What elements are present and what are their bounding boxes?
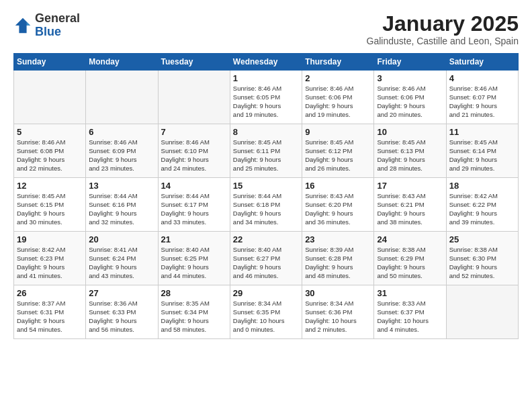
day-info: Sunrise: 8:45 AM Sunset: 6:15 PM Dayligh… — [17, 192, 83, 226]
day-info: Sunrise: 8:41 AM Sunset: 6:24 PM Dayligh… — [89, 246, 154, 280]
th-wednesday: Wednesday — [230, 54, 302, 71]
day-info: Sunrise: 8:40 AM Sunset: 6:27 PM Dayligh… — [233, 246, 299, 280]
day-number: 24 — [377, 234, 443, 244]
day-number: 14 — [161, 181, 227, 191]
day-info: Sunrise: 8:45 AM Sunset: 6:11 PM Dayligh… — [233, 138, 299, 173]
cell-w2-d1: 6Sunrise: 8:46 AM Sunset: 6:09 PM Daylig… — [86, 124, 158, 178]
day-number: 28 — [161, 288, 227, 298]
day-info: Sunrise: 8:46 AM Sunset: 6:06 PM Dayligh… — [377, 85, 443, 119]
th-tuesday: Tuesday — [158, 54, 230, 71]
day-number: 5 — [17, 127, 83, 137]
logo-icon — [13, 16, 32, 35]
subtitle: Galinduste, Castille and Leon, Spain — [367, 36, 519, 46]
cell-w3-d5: 17Sunrise: 8:43 AM Sunset: 6:21 PM Dayli… — [374, 178, 446, 232]
cell-w5-d5: 31Sunrise: 8:33 AM Sunset: 6:37 PM Dayli… — [374, 285, 446, 339]
cell-w4-d0: 19Sunrise: 8:42 AM Sunset: 6:23 PM Dayli… — [14, 232, 86, 285]
cell-w1-d4: 2Sunrise: 8:46 AM Sunset: 6:06 PM Daylig… — [302, 71, 374, 124]
day-info: Sunrise: 8:43 AM Sunset: 6:20 PM Dayligh… — [305, 192, 371, 226]
day-number: 9 — [305, 127, 371, 137]
day-info: Sunrise: 8:46 AM Sunset: 6:07 PM Dayligh… — [449, 85, 515, 119]
cell-w1-d6: 4Sunrise: 8:46 AM Sunset: 6:07 PM Daylig… — [446, 71, 518, 124]
day-number: 20 — [89, 234, 154, 244]
week-row-2: 5Sunrise: 8:46 AM Sunset: 6:08 PM Daylig… — [14, 124, 519, 178]
day-number: 17 — [377, 181, 443, 191]
day-info: Sunrise: 8:44 AM Sunset: 6:16 PM Dayligh… — [89, 192, 154, 226]
day-number: 22 — [233, 234, 299, 244]
cell-w4-d1: 20Sunrise: 8:41 AM Sunset: 6:24 PM Dayli… — [86, 232, 158, 285]
cell-w2-d4: 9Sunrise: 8:45 AM Sunset: 6:12 PM Daylig… — [302, 124, 374, 178]
cell-w1-d5: 3Sunrise: 8:46 AM Sunset: 6:06 PM Daylig… — [374, 71, 446, 124]
header-row: Sunday Monday Tuesday Wednesday Thursday… — [14, 54, 519, 71]
cell-w5-d0: 26Sunrise: 8:37 AM Sunset: 6:31 PM Dayli… — [14, 285, 86, 339]
cell-w2-d2: 7Sunrise: 8:46 AM Sunset: 6:10 PM Daylig… — [158, 124, 230, 178]
day-number: 21 — [161, 234, 227, 244]
cell-w2-d3: 8Sunrise: 8:45 AM Sunset: 6:11 PM Daylig… — [230, 124, 302, 178]
day-info: Sunrise: 8:34 AM Sunset: 6:35 PM Dayligh… — [233, 300, 299, 334]
th-thursday: Thursday — [302, 54, 374, 71]
day-number: 25 — [449, 234, 515, 244]
day-number: 31 — [377, 288, 443, 298]
title-block: January 2025 Galinduste, Castille and Le… — [367, 12, 519, 46]
cell-w2-d0: 5Sunrise: 8:46 AM Sunset: 6:08 PM Daylig… — [14, 124, 86, 178]
month-title: January 2025 — [367, 12, 519, 36]
day-number: 8 — [233, 127, 299, 137]
day-number: 30 — [305, 288, 371, 298]
cell-w4-d5: 24Sunrise: 8:38 AM Sunset: 6:29 PM Dayli… — [374, 232, 446, 285]
day-info: Sunrise: 8:46 AM Sunset: 6:06 PM Dayligh… — [305, 85, 371, 119]
day-number: 15 — [233, 181, 299, 191]
day-info: Sunrise: 8:46 AM Sunset: 6:08 PM Dayligh… — [17, 138, 83, 173]
day-number: 27 — [89, 288, 154, 298]
logo-text: General Blue — [35, 12, 80, 39]
th-monday: Monday — [86, 54, 158, 71]
day-info: Sunrise: 8:33 AM Sunset: 6:37 PM Dayligh… — [377, 300, 443, 334]
cell-w5-d6 — [446, 285, 518, 339]
cell-w1-d3: 1Sunrise: 8:46 AM Sunset: 6:05 PM Daylig… — [230, 71, 302, 124]
header: General Blue January 2025 Galinduste, Ca… — [13, 12, 519, 46]
logo-blue: Blue — [35, 25, 61, 38]
page: General Blue January 2025 Galinduste, Ca… — [0, 0, 532, 346]
th-saturday: Saturday — [446, 54, 518, 71]
day-number: 29 — [233, 288, 299, 298]
day-info: Sunrise: 8:45 AM Sunset: 6:13 PM Dayligh… — [377, 138, 443, 173]
day-number: 1 — [233, 73, 299, 83]
day-number: 19 — [17, 234, 83, 244]
day-info: Sunrise: 8:38 AM Sunset: 6:29 PM Dayligh… — [377, 246, 443, 280]
day-info: Sunrise: 8:38 AM Sunset: 6:30 PM Dayligh… — [449, 246, 515, 280]
cell-w5-d2: 28Sunrise: 8:35 AM Sunset: 6:34 PM Dayli… — [158, 285, 230, 339]
logo: General Blue — [13, 12, 80, 39]
cell-w3-d1: 13Sunrise: 8:44 AM Sunset: 6:16 PM Dayli… — [86, 178, 158, 232]
day-number: 13 — [89, 181, 154, 191]
day-info: Sunrise: 8:46 AM Sunset: 6:10 PM Dayligh… — [161, 138, 227, 173]
day-number: 4 — [449, 73, 515, 83]
day-info: Sunrise: 8:39 AM Sunset: 6:28 PM Dayligh… — [305, 246, 371, 280]
day-info: Sunrise: 8:46 AM Sunset: 6:09 PM Dayligh… — [89, 138, 154, 173]
cell-w3-d0: 12Sunrise: 8:45 AM Sunset: 6:15 PM Dayli… — [14, 178, 86, 232]
cell-w1-d0 — [14, 71, 86, 124]
day-number: 16 — [305, 181, 371, 191]
day-info: Sunrise: 8:34 AM Sunset: 6:36 PM Dayligh… — [305, 300, 371, 334]
day-info: Sunrise: 8:42 AM Sunset: 6:23 PM Dayligh… — [17, 246, 83, 280]
cell-w1-d2 — [158, 71, 230, 124]
week-row-1: 1Sunrise: 8:46 AM Sunset: 6:05 PM Daylig… — [14, 71, 519, 124]
cell-w3-d4: 16Sunrise: 8:43 AM Sunset: 6:20 PM Dayli… — [302, 178, 374, 232]
day-number: 6 — [89, 127, 154, 137]
calendar-table: Sunday Monday Tuesday Wednesday Thursday… — [13, 53, 519, 339]
day-info: Sunrise: 8:45 AM Sunset: 6:12 PM Dayligh… — [305, 138, 371, 173]
day-info: Sunrise: 8:46 AM Sunset: 6:05 PM Dayligh… — [233, 85, 299, 119]
cell-w5-d4: 30Sunrise: 8:34 AM Sunset: 6:36 PM Dayli… — [302, 285, 374, 339]
day-number: 3 — [377, 73, 443, 83]
cell-w3-d3: 15Sunrise: 8:44 AM Sunset: 6:18 PM Dayli… — [230, 178, 302, 232]
day-number: 26 — [17, 288, 83, 298]
cell-w4-d4: 23Sunrise: 8:39 AM Sunset: 6:28 PM Dayli… — [302, 232, 374, 285]
day-info: Sunrise: 8:36 AM Sunset: 6:33 PM Dayligh… — [89, 300, 154, 334]
week-row-4: 19Sunrise: 8:42 AM Sunset: 6:23 PM Dayli… — [14, 232, 519, 285]
th-sunday: Sunday — [14, 54, 86, 71]
cell-w2-d6: 11Sunrise: 8:45 AM Sunset: 6:14 PM Dayli… — [446, 124, 518, 178]
week-row-5: 26Sunrise: 8:37 AM Sunset: 6:31 PM Dayli… — [14, 285, 519, 339]
day-info: Sunrise: 8:44 AM Sunset: 6:18 PM Dayligh… — [233, 192, 299, 226]
cell-w5-d1: 27Sunrise: 8:36 AM Sunset: 6:33 PM Dayli… — [86, 285, 158, 339]
cell-w5-d3: 29Sunrise: 8:34 AM Sunset: 6:35 PM Dayli… — [230, 285, 302, 339]
day-number: 18 — [449, 181, 515, 191]
th-friday: Friday — [374, 54, 446, 71]
cell-w4-d2: 21Sunrise: 8:40 AM Sunset: 6:25 PM Dayli… — [158, 232, 230, 285]
